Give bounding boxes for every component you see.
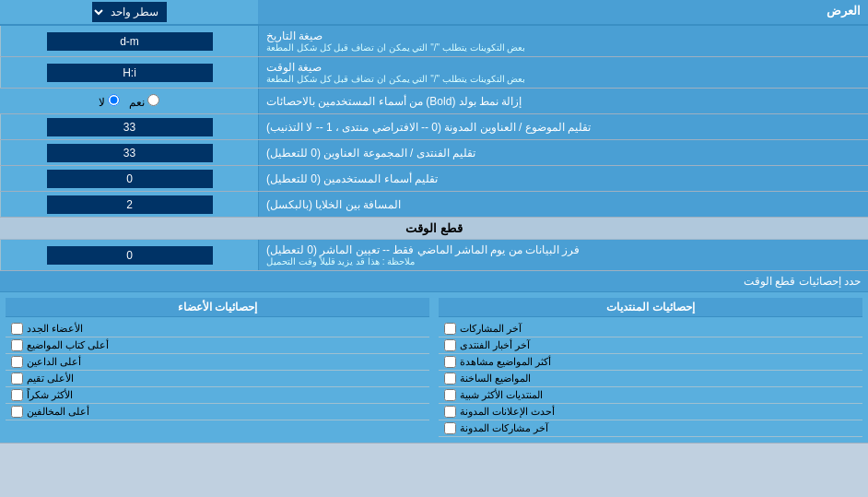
cutoff-section-header: قطع الوقت: [0, 218, 868, 240]
header-input-cell: سطر واحد سطران ثلاثة أسطر: [0, 0, 258, 24]
checkbox-item: الأكثر شكراً: [6, 387, 429, 404]
checkbox-item: أعلى كتاب المواضيع: [6, 337, 429, 354]
checkbox-item: المواضيع الساخنة: [439, 371, 862, 387]
cutoff-filter-input[interactable]: [47, 246, 213, 265]
checkbox-top-posters[interactable]: [11, 339, 23, 351]
cell-spacing-input-cell: [0, 192, 258, 217]
checkbox-top-inviters[interactable]: [11, 356, 23, 368]
cutoff-filter-input-cell: [0, 240, 258, 270]
checkbox-top-violators[interactable]: [11, 406, 23, 418]
username-order-input-cell: [0, 166, 258, 191]
time-format-label: صيغة الوقت بعض التكوينات يتطلب "/" التي …: [258, 57, 868, 88]
checkbox-last-news[interactable]: [444, 339, 456, 351]
checkbox-last-posts[interactable]: [444, 323, 456, 335]
checkbox-popular-forums[interactable]: [444, 389, 456, 401]
checkbox-latest-announces[interactable]: [444, 406, 456, 418]
member-stats-col: إحصائيات الأعضاء الأعضاء الجدد أعلى كتاب…: [6, 298, 429, 437]
cutoff-filter-row: فرز البيانات من يوم الماشر الماضي فقط --…: [0, 240, 868, 271]
username-order-input[interactable]: [47, 170, 213, 188]
forum-stats-col: إحصائيات المنتديات آخر المشاركات آخر أخب…: [439, 298, 862, 437]
topic-order-input[interactable]: [47, 118, 213, 136]
checkbox-item: أحدث الإعلانات المدونة: [439, 404, 862, 420]
cell-spacing-input[interactable]: [47, 195, 213, 214]
checkbox-most-thanked[interactable]: [11, 389, 23, 401]
bold-no-radio[interactable]: [108, 94, 120, 106]
forum-stats-header: إحصائيات المنتديات: [439, 298, 862, 317]
checkbox-item: أعلى المخالفين: [6, 404, 429, 420]
topic-order-input-cell: [0, 114, 258, 139]
date-format-label: صيغة التاريخ بعض التكوينات يتطلب "/" الت…: [258, 26, 868, 56]
bold-yes-radio[interactable]: [147, 94, 159, 106]
time-format-row: صيغة الوقت بعض التكوينات يتطلب "/" التي …: [0, 57, 868, 89]
username-order-label: تقليم أسماء المستخدمين (0 للتعطيل): [258, 166, 868, 191]
checkbox-most-viewed[interactable]: [444, 356, 456, 368]
checkbox-item: أعلى الداعين: [6, 354, 429, 371]
checkbox-item: أكثر المواضيع مشاهدة: [439, 354, 862, 371]
forum-order-input[interactable]: [47, 144, 213, 162]
date-format-row: صيغة التاريخ بعض التكوينات يتطلب "/" الت…: [0, 26, 868, 57]
bold-remove-row: إزالة نمط بولد (Bold) من أسماء المستخدمي…: [0, 89, 868, 114]
time-format-input[interactable]: [47, 64, 213, 82]
date-format-input-cell: [0, 26, 258, 56]
topic-order-label: تقليم الموضوع / العناوين المدونة (0 -- ا…: [258, 114, 868, 139]
cell-spacing-label: المسافة بين الخلايا (بالبكسل): [258, 192, 868, 217]
checkbox-new-members[interactable]: [11, 323, 23, 335]
checkbox-item: الأعلى تقيم: [6, 371, 429, 387]
bold-no-label: لا: [99, 94, 120, 109]
checkbox-item: آخر المشاركات: [439, 321, 862, 337]
topic-order-row: تقليم الموضوع / العناوين المدونة (0 -- ا…: [0, 114, 868, 140]
limit-row: حدد إحصائيات قطع الوقت: [0, 271, 868, 292]
bold-remove-options: نعم لا: [0, 89, 258, 113]
checkbox-item: آخر مشاركات المدونة: [439, 420, 862, 437]
checkbox-item: آخر أخبار الفنتدى: [439, 337, 862, 354]
forum-order-label: تقليم الفنتدى / المجموعة العناوين (0 للت…: [258, 140, 868, 165]
checkbox-top-rated[interactable]: [11, 373, 23, 385]
page-title: العرض: [258, 0, 868, 24]
main-container: العرض سطر واحد سطران ثلاثة أسطر صيغة الت…: [0, 0, 868, 444]
time-format-input-cell: [0, 57, 258, 88]
cutoff-filter-label: فرز البيانات من يوم الماشر الماضي فقط --…: [258, 240, 868, 270]
username-order-row: تقليم أسماء المستخدمين (0 للتعطيل): [0, 166, 868, 192]
forum-order-input-cell: [0, 140, 258, 165]
checkbox-item: المنتديات الأكثر شبية: [439, 387, 862, 404]
bold-yes-label: نعم: [129, 94, 159, 109]
header-row: العرض سطر واحد سطران ثلاثة أسطر: [0, 0, 868, 26]
forum-order-row: تقليم الفنتدى / المجموعة العناوين (0 للت…: [0, 140, 868, 166]
member-stats-header: إحصائيات الأعضاء: [6, 298, 429, 317]
display-select[interactable]: سطر واحد سطران ثلاثة أسطر: [92, 2, 167, 22]
checkbox-last-blog-posts[interactable]: [444, 422, 456, 434]
date-format-input[interactable]: [47, 32, 213, 51]
checkboxes-section: إحصائيات المنتديات آخر المشاركات آخر أخب…: [0, 292, 868, 444]
checkbox-item: الأعضاء الجدد: [6, 321, 429, 337]
checkbox-hot-topics[interactable]: [444, 373, 456, 385]
cell-spacing-row: المسافة بين الخلايا (بالبكسل): [0, 192, 868, 218]
bold-remove-label: إزالة نمط بولد (Bold) من أسماء المستخدمي…: [258, 89, 868, 113]
